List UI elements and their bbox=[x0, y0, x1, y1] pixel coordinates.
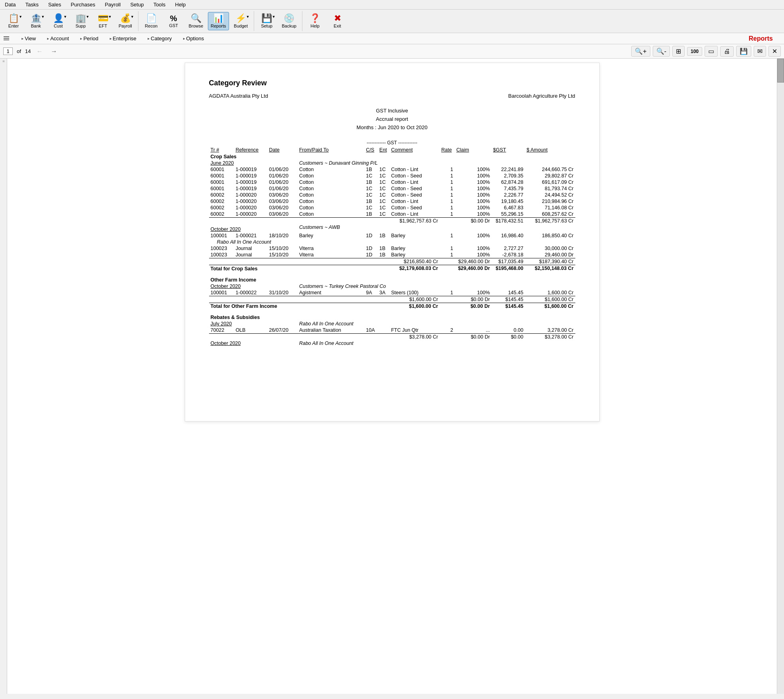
fit-page-button[interactable]: ⊞ bbox=[672, 46, 685, 57]
bank-label: Bank bbox=[31, 24, 41, 28]
exit-button[interactable]: ✖ Exit bbox=[327, 12, 348, 30]
supp-label: Supp bbox=[75, 24, 86, 28]
menu-payroll[interactable]: Payroll bbox=[103, 1, 122, 8]
table-row: 60002 1-000020 03/06/20 Cotton 1C 1C Cot… bbox=[209, 192, 575, 198]
enter-button[interactable]: 📋 Enter ▼ bbox=[3, 12, 24, 30]
reports-icon: 📊 bbox=[213, 14, 224, 23]
eft-button[interactable]: 💳 EFT ▼ bbox=[93, 12, 113, 30]
help-icon: ❓ bbox=[310, 14, 320, 23]
subtitle-line3: Months : Jun 2020 to Oct 2020 bbox=[209, 124, 575, 132]
scrollbar-thumb[interactable] bbox=[777, 59, 784, 83]
total-other-farm-income: Total for Other Farm Income $1,600.00 Cr… bbox=[209, 303, 575, 310]
col-rate: Rate bbox=[440, 146, 455, 154]
table-row: 70022 OLB 26/07/20 Australian Taxation 1… bbox=[209, 327, 575, 334]
budget-label: Budget bbox=[234, 24, 248, 28]
eft-icon: 💳 bbox=[98, 14, 109, 23]
table-row: 60001 1-000019 01/06/20 Cotton 1C 1C Cot… bbox=[209, 173, 575, 179]
bank-button[interactable]: 🏦 Bank ▼ bbox=[26, 12, 46, 30]
setup-label: Setup bbox=[261, 24, 273, 28]
enter-dropdown-arrow: ▼ bbox=[19, 15, 22, 19]
toolbar: 📋 Enter ▼ 🏦 Bank ▼ 👤 Cust ▼ 🏢 Supp ▼ 💳 E… bbox=[0, 10, 784, 33]
email-button[interactable]: ✉ bbox=[754, 46, 766, 57]
backup-button[interactable]: 💿 Backup bbox=[279, 12, 300, 30]
menu-purchases[interactable]: Purchases bbox=[69, 1, 97, 8]
recon-button[interactable]: 📄 Recon bbox=[141, 12, 162, 30]
col-sgst: $GST bbox=[492, 146, 525, 154]
col-cs: C/S bbox=[364, 146, 378, 154]
cust-button[interactable]: 👤 Cust ▼ bbox=[48, 12, 69, 30]
cust-icon: 👤 bbox=[53, 14, 64, 23]
right-sidebar bbox=[777, 59, 784, 694]
sub-customer-rabo: Rabo All In One Account bbox=[209, 239, 575, 245]
nav-period[interactable]: ▸ Period bbox=[79, 35, 100, 42]
subtotal-july-2020: $3,278.00 Cr $0.00 Dr $0.00 $3,278.00 Cr bbox=[209, 334, 575, 341]
table-row: 60002 1-000020 03/06/20 Cotton 1B 1C Cot… bbox=[209, 211, 575, 218]
report-container[interactable]: Category Review AGDATA Australia Pty Ltd… bbox=[7, 59, 777, 694]
print-button[interactable]: 🖨 bbox=[720, 46, 734, 57]
cust-label: Cust bbox=[54, 24, 63, 28]
page-controls: 1 of 14 ← → 🔍+ 🔍- ⊞ 100 ▭ 🖨 💾 ✉ ✕ bbox=[0, 44, 784, 59]
report-table: ------------ GST ------------ Tr # Refer… bbox=[209, 140, 575, 347]
col-claim: Claim bbox=[455, 146, 492, 154]
col-tr: Tr # bbox=[209, 146, 234, 154]
secondary-toolbar: ▸ View ▸ Account ▸ Period ▸ Enterprise ▸… bbox=[0, 33, 784, 44]
report-subtitle: GST Inclusive Accrual report Months : Ju… bbox=[209, 107, 575, 132]
table-row: 60001 1-000019 01/06/20 Cotton 1B 1C Cot… bbox=[209, 166, 575, 173]
reports-button[interactable]: 📊 Reports bbox=[208, 12, 229, 30]
left-sidebar: ≡ bbox=[0, 59, 7, 694]
gst-label: GST bbox=[169, 23, 178, 28]
menu-tasks[interactable]: Tasks bbox=[24, 1, 40, 8]
period-oct-2020-rebates: October 2020 Rabo All In One Account bbox=[209, 340, 575, 347]
exit-label: Exit bbox=[334, 24, 341, 28]
page-width-button[interactable]: 100 bbox=[687, 47, 702, 56]
report-title: Category Review bbox=[209, 79, 575, 87]
zoom-out-button[interactable]: 🔍- bbox=[653, 46, 670, 57]
menu-setup[interactable]: Setup bbox=[128, 1, 145, 8]
prev-page-button[interactable]: ← bbox=[34, 47, 45, 56]
fit-one-button[interactable]: ▭ bbox=[705, 46, 718, 57]
scrollbar-track[interactable] bbox=[777, 59, 784, 694]
nav-enterprise[interactable]: ▸ Enterprise bbox=[108, 35, 138, 42]
company-left: AGDATA Australia Pty Ltd bbox=[209, 93, 268, 99]
menu-data[interactable]: Data bbox=[3, 1, 17, 8]
period-oct-2020-ofi: October 2020 Customers ~ Turkey Creek Pa… bbox=[209, 283, 575, 289]
setup-button[interactable]: 💾 Setup ▼ bbox=[257, 12, 277, 30]
col-date: Date bbox=[267, 146, 297, 154]
section-other-farm-income: Other Farm Income bbox=[209, 277, 575, 283]
report-page: Category Review AGDATA Australia Pty Ltd… bbox=[185, 63, 600, 421]
total-crop-sales: Total for Crop Sales $2,179,608.03 Cr $2… bbox=[209, 265, 575, 272]
menu-tools[interactable]: Tools bbox=[152, 1, 167, 8]
svg-rect-0 bbox=[4, 36, 9, 37]
save-button[interactable]: 💾 bbox=[736, 46, 751, 57]
table-row: 60001 1-000019 01/06/20 Cotton 1C 1C Cot… bbox=[209, 185, 575, 192]
zoom-in-button[interactable]: 🔍+ bbox=[631, 46, 650, 57]
col-from: From/Paid To bbox=[298, 146, 365, 154]
nav-account[interactable]: ▸ Account bbox=[45, 35, 71, 42]
budget-icon: ⚡ bbox=[235, 14, 246, 23]
section-crop-sales: Crop Sales bbox=[209, 154, 575, 160]
nav-options[interactable]: ▸ Options bbox=[182, 35, 206, 42]
subtotal-oct-2020-crop: $216,850.40 Cr $29,460.00 Dr $17,035.49 … bbox=[209, 258, 575, 265]
section-rebates: Rebates & Subsidies bbox=[209, 314, 575, 321]
nav-category[interactable]: ▸ Category bbox=[146, 35, 174, 42]
separator-2 bbox=[254, 11, 254, 31]
browse-button[interactable]: 🔍 Browse bbox=[186, 12, 206, 30]
table-row: 60001 1-000019 01/06/20 Cotton 1B 1C Cot… bbox=[209, 179, 575, 185]
budget-button[interactable]: ⚡ Budget ▼ bbox=[231, 12, 251, 30]
close-button[interactable]: ✕ bbox=[768, 46, 781, 57]
reports-label: Reports bbox=[211, 24, 226, 28]
setup-icon: 💾 bbox=[261, 14, 272, 23]
budget-dropdown-arrow: ▼ bbox=[246, 15, 250, 19]
menu-sales[interactable]: Sales bbox=[47, 1, 63, 8]
gst-button[interactable]: % GST bbox=[163, 12, 184, 30]
help-button[interactable]: ❓ Help bbox=[305, 12, 326, 30]
nav-view[interactable]: ▸ View bbox=[20, 35, 38, 42]
next-page-button[interactable]: → bbox=[48, 47, 59, 56]
col-reference: Reference bbox=[234, 146, 267, 154]
subtotal-ofi: $1,600.00 Cr $0.00 Dr $145.45 $1,600.00 … bbox=[209, 296, 575, 303]
supp-button[interactable]: 🏢 Supp ▼ bbox=[70, 12, 91, 30]
payroll-button[interactable]: 💰 Payroll ▼ bbox=[115, 12, 136, 30]
menu-help[interactable]: Help bbox=[174, 1, 188, 8]
bank-icon: 🏦 bbox=[31, 14, 41, 23]
spacer-row-2 bbox=[209, 309, 575, 314]
